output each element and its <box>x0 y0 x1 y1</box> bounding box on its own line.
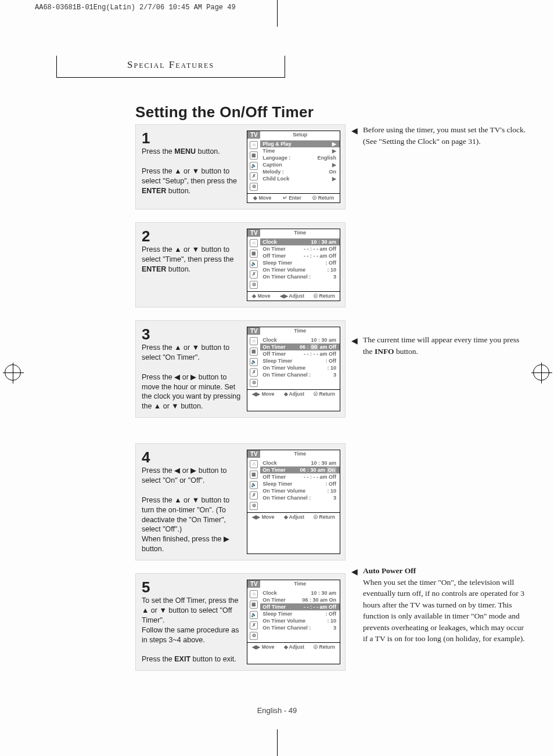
step-1: 1 Press the MENU button. Press the ▲ or … <box>135 124 346 209</box>
step-text: 1 Press the MENU button. Press the ▲ or … <box>142 131 241 203</box>
sidenote-text: button. <box>394 347 418 356</box>
osd-row: On Timer- - : - - am Off <box>262 245 336 252</box>
osd-row: Clock10 : 30 am <box>262 337 336 343</box>
osd-panel: TVTime ⌂▦🔈✗⚙ Clock10 : 30 amOn Timer- - … <box>247 229 340 301</box>
osd-hint: ◆ Move <box>252 293 270 299</box>
osd-row: Melody :On <box>262 168 336 175</box>
osd-title: Time <box>260 327 340 335</box>
osd-row: Child Lock▶ <box>262 175 336 182</box>
osd-row: On Timer Channel :3 <box>262 273 336 280</box>
osd-row: Plug & Play▶ <box>260 140 340 147</box>
osd-row: Sleep Timer: Off <box>262 259 336 266</box>
osd-footer: ◆ Move↵ Enter⦾ Return <box>247 193 340 202</box>
osd-row: Clock10 : 30 am <box>262 589 336 596</box>
osd-row: Sleep Timer: Off <box>262 357 336 364</box>
sidenote-1: ◀ Before using the timer, you must set t… <box>363 124 530 147</box>
osd-title: Time <box>260 229 340 237</box>
page-title: Setting the On/Off Timer <box>135 103 314 121</box>
osd-panel: TVSetup ⌂▦🔈✗⚙ Plug & Play▶Time▶Language … <box>247 131 340 203</box>
osd-hint: ↵ Enter <box>283 195 301 201</box>
page-footer: English - 49 <box>38 706 516 715</box>
osd-footer: ◀▶ Move◆ Adjust⦾ Return <box>247 389 340 399</box>
osd-hint: ◀▶ Move <box>252 644 274 650</box>
step-number: 2 <box>142 229 241 244</box>
osd-row: Off Timer- - : - - am Off <box>262 473 336 480</box>
osd-row: On Timer Volume: 10 <box>262 364 336 371</box>
step-number: 1 <box>142 131 241 146</box>
osd-title: Time <box>260 580 340 588</box>
step-3: 3 Press the ▲ or ▼ button to select "On … <box>135 320 346 418</box>
sidenote-title: Auto Power Off <box>363 566 416 575</box>
tv-icon: TV <box>247 580 260 588</box>
osd-footer: ◀▶ Move◆ Adjust⦾ Return <box>247 642 340 652</box>
osd-row: Clock10 : 30 am <box>260 238 340 245</box>
osd-row: On Timer Channel :3 <box>262 494 336 501</box>
steps-column: 1 Press the MENU button. Press the ▲ or … <box>135 124 346 683</box>
osd-hint: ⦾ Return <box>314 293 335 299</box>
osd-row: On Timer06 : 00 am Off <box>260 343 340 350</box>
section-header-box: Special Features <box>56 56 285 78</box>
osd-footer: ◆ Move◀▶ Adjust⦾ Return <box>247 291 340 301</box>
sidenote-2: ◀ The current time will appear every tim… <box>363 334 530 357</box>
tv-icon: TV <box>247 131 260 139</box>
osd-icon-col: ⌂▦🔈✗⚙ <box>247 335 260 389</box>
tv-icon: TV <box>247 450 260 458</box>
step-4: 4 Press the ◀ or ▶ button to select "On"… <box>135 443 346 560</box>
left-arrow-icon: ◀ <box>351 335 358 347</box>
osd-row: Off Timer- - : - - am Off <box>260 603 340 610</box>
osd-row: On Timer Channel :3 <box>262 371 336 378</box>
step-text: 3 Press the ▲ or ▼ button to select "On … <box>142 327 241 411</box>
info-label: INFO <box>375 347 394 356</box>
osd-row: Caption▶ <box>262 161 336 168</box>
section-header: Special Features <box>127 59 214 70</box>
sidenote-text: Before using the timer, you must set the… <box>363 125 526 146</box>
osd-row: On Timer06 : 30 am On <box>262 596 336 603</box>
osd-row: On Timer Channel :3 <box>262 624 336 631</box>
step-number: 5 <box>142 580 241 595</box>
left-arrow-icon: ◀ <box>351 566 358 578</box>
osd-row: Time▶ <box>262 147 336 154</box>
osd-panel: TVTime ⌂▦🔈✗⚙ Clock10 : 30 amOn Timer06 :… <box>247 450 340 554</box>
print-header: AA68-03681B-01Eng(Latin) 2/7/06 10:45 AM… <box>35 3 236 12</box>
step-text: 5 To set the Off Timer, press the ▲ or ▼… <box>142 580 241 664</box>
tv-icon: TV <box>247 327 260 335</box>
registration-mark <box>5 364 21 381</box>
step-number: 4 <box>142 450 241 465</box>
osd-footer: ◀▶ Move◆ Adjust⦾ Return <box>247 512 340 522</box>
osd-hint: ◆ Move <box>253 195 271 201</box>
osd-title: Setup <box>260 131 340 139</box>
osd-panel: TVTime ⌂▦🔈✗⚙ Clock10 : 30 amOn Timer06 :… <box>247 327 340 411</box>
osd-hint: ◀▶ Move <box>252 514 274 520</box>
tv-icon: TV <box>247 229 260 237</box>
osd-row: On Timer06 : 30 am On <box>260 466 340 473</box>
osd-row: Off Timer- - : - - am Off <box>262 252 336 259</box>
sidenote-text: When you set the timer "On", the televis… <box>363 578 525 643</box>
osd-row: Off Timer- - : - - am Off <box>262 350 336 357</box>
page: Special Features Setting the On/Off Time… <box>38 27 516 729</box>
osd-hint: ◆ Adjust <box>284 644 305 650</box>
osd-row: Clock10 : 30 am <box>262 460 336 466</box>
step-number: 3 <box>142 327 241 342</box>
osd-hint: ◀▶ Adjust <box>280 293 305 299</box>
step-2: 2 Press the ▲ or ▼ button to select "Tim… <box>135 222 346 308</box>
osd-icon-col: ⌂▦🔈✗⚙ <box>247 237 260 291</box>
step-text: 2 Press the ▲ or ▼ button to select "Tim… <box>142 229 241 301</box>
osd-title: Time <box>260 450 340 458</box>
osd-panel: TVTime ⌂▦🔈✗⚙ Clock10 : 30 amOn Timer06 :… <box>247 580 340 664</box>
osd-row: Sleep Timer: Off <box>262 480 336 487</box>
osd-hint: ⦾ Return <box>314 391 335 397</box>
step-text: 4 Press the ◀ or ▶ button to select "On"… <box>142 450 241 554</box>
osd-row: On Timer Volume: 10 <box>262 266 336 273</box>
trim-mark <box>277 0 278 27</box>
osd-row: On Timer Volume: 10 <box>262 617 336 624</box>
osd-row: Sleep Timer: Off <box>262 610 336 617</box>
osd-hint: ⦾ Return <box>314 644 335 650</box>
osd-hint: ◆ Adjust <box>284 514 305 520</box>
osd-icon-col: ⌂▦🔈✗⚙ <box>247 458 260 512</box>
osd-hint: ⦾ Return <box>312 195 334 201</box>
osd-hint: ◆ Adjust <box>284 391 305 397</box>
osd-hint: ⦾ Return <box>314 514 335 520</box>
trim-mark <box>277 729 278 756</box>
osd-row: On Timer Volume: 10 <box>262 487 336 494</box>
left-arrow-icon: ◀ <box>351 125 358 137</box>
